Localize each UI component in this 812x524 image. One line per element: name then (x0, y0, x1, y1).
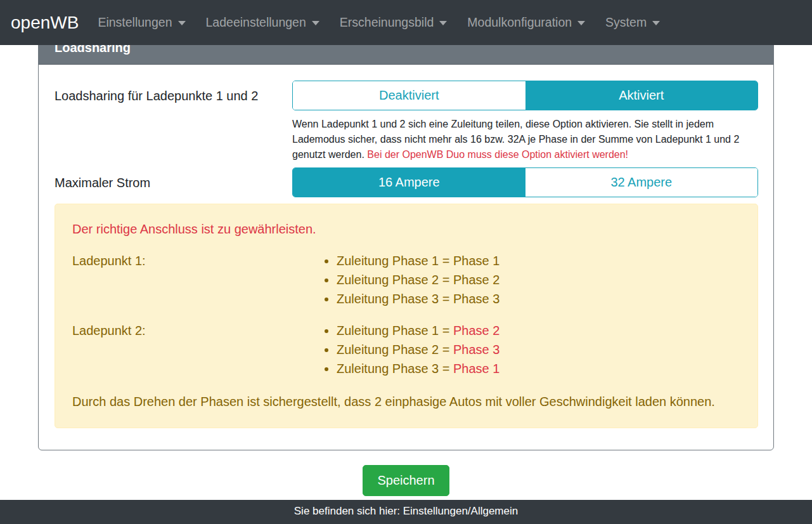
ladepunkt2-phase-list: Zuleitung Phase 1 = Phase 2 Zuleitung Ph… (309, 321, 740, 378)
loadsharing-option-deaktiviert[interactable]: Deaktiviert (293, 81, 525, 110)
menu-modulkonfiguration[interactable]: Modulkonfiguration (457, 10, 595, 35)
loadsharing-card: Loadsharing Loadsharing für Ladepunkte 1… (38, 30, 774, 450)
menu-system[interactable]: System (595, 10, 670, 35)
menu-erscheinungsbild-label: Erscheinungsbild (340, 15, 434, 29)
phase-prefix: Zuleitung Phase 2 = (337, 273, 453, 287)
list-item: Zuleitung Phase 1 = Phase 2 (337, 321, 740, 340)
caret-down-icon (312, 21, 319, 25)
save-button[interactable]: Speichern (363, 465, 449, 496)
caret-down-icon (439, 21, 447, 25)
caret-down-icon (577, 21, 585, 25)
phase-wiring-alert: Der richtige Anschluss ist zu gewährleis… (55, 204, 758, 428)
max-strom-option-32a[interactable]: 32 Ampere (525, 168, 758, 197)
form-row-loadsharing: Loadsharing für Ladepunkte 1 und 2 Deakt… (55, 81, 758, 167)
menu-system-label: System (605, 15, 647, 29)
list-item: Zuleitung Phase 2 = Phase 3 (337, 340, 740, 359)
max-strom-label: Maximaler Strom (55, 167, 292, 192)
list-item: Zuleitung Phase 3 = Phase 3 (337, 289, 740, 308)
top-navbar: openWB Einstellungen Ladeeinstellungen E… (0, 0, 812, 45)
caret-down-icon (652, 21, 660, 25)
phase-value: Phase 3 (453, 292, 499, 306)
alert-group-ladepunkt1: Ladepunkt 1: Zuleitung Phase 1 = Phase 1… (72, 251, 740, 321)
phase-prefix: Zuleitung Phase 1 = (337, 254, 453, 268)
form-row-max-strom: Maximaler Strom 16 Ampere 32 Ampere (55, 167, 758, 197)
list-item: Zuleitung Phase 1 = Phase 1 (337, 251, 740, 270)
max-strom-control-col: 16 Ampere 32 Ampere (292, 167, 758, 197)
max-strom-toggle-group: 16 Ampere 32 Ampere (292, 167, 758, 197)
phase-value-highlighted: Phase 3 (453, 343, 499, 357)
phase-value-highlighted: Phase 2 (453, 324, 499, 337)
caret-down-icon (178, 21, 186, 25)
menu-ladeeinstellungen[interactable]: Ladeeinstellungen (196, 10, 330, 35)
phase-value: Phase 2 (453, 273, 499, 287)
phase-prefix: Zuleitung Phase 3 = (337, 362, 453, 376)
main-menu: Einstellungen Ladeeinstellungen Erschein… (87, 10, 670, 35)
phase-prefix: Zuleitung Phase 1 = (337, 324, 453, 337)
loadsharing-label: Loadsharing für Ladepunkte 1 und 2 (55, 81, 292, 105)
ladepunkt1-label: Ladepunkt 1: (72, 251, 309, 270)
loadsharing-toggle-group: Deaktiviert Aktiviert (292, 81, 758, 110)
phase-value-highlighted: Phase 1 (453, 362, 499, 376)
ladepunkt2-label: Ladepunkt 2: (72, 321, 309, 340)
phase-prefix: Zuleitung Phase 2 = (337, 343, 453, 357)
menu-einstellungen-label: Einstellungen (98, 15, 172, 29)
max-strom-option-16a[interactable]: 16 Ampere (293, 168, 525, 197)
ladepunkt1-phase-list: Zuleitung Phase 1 = Phase 1 Zuleitung Ph… (309, 251, 740, 308)
list-item: Zuleitung Phase 3 = Phase 1 (337, 359, 740, 378)
save-row: Speichern (38, 465, 774, 496)
loadsharing-help-warning: Bei der OpenWB Duo muss diese Option akt… (367, 149, 628, 160)
loadsharing-control-col: Deaktiviert Aktiviert Wenn Ladepunkt 1 u… (292, 81, 758, 167)
menu-ladeeinstellungen-label: Ladeeinstellungen (206, 15, 306, 29)
main-content: Loadsharing Loadsharing für Ladepunkte 1… (38, 30, 774, 496)
menu-modulkonfiguration-label: Modulkonfiguration (467, 15, 572, 29)
alert-heading: Der richtige Anschluss ist zu gewährleis… (72, 219, 740, 239)
breadcrumb-footer: Sie befinden sich hier: Einstellungen/Al… (0, 500, 812, 524)
alert-group-ladepunkt2: Ladepunkt 2: Zuleitung Phase 1 = Phase 2… (72, 321, 740, 391)
breadcrumb: Sie befinden sich hier: Einstellungen/Al… (294, 505, 518, 517)
menu-erscheinungsbild[interactable]: Erscheinungsbild (330, 10, 458, 35)
card-body: Loadsharing für Ladepunkte 1 und 2 Deakt… (39, 65, 773, 450)
loadsharing-help-text: Wenn Ladepunkt 1 und 2 sich eine Zuleitu… (292, 117, 758, 162)
list-item: Zuleitung Phase 2 = Phase 2 (337, 270, 740, 289)
phase-prefix: Zuleitung Phase 3 = (337, 292, 453, 306)
loadsharing-option-aktiviert[interactable]: Aktiviert (525, 81, 758, 110)
alert-footer-note: Durch das Drehen der Phasen ist sicherge… (72, 392, 740, 411)
menu-einstellungen[interactable]: Einstellungen (87, 10, 195, 35)
phase-value: Phase 1 (453, 254, 499, 268)
brand-openwb[interactable]: openWB (11, 13, 79, 33)
